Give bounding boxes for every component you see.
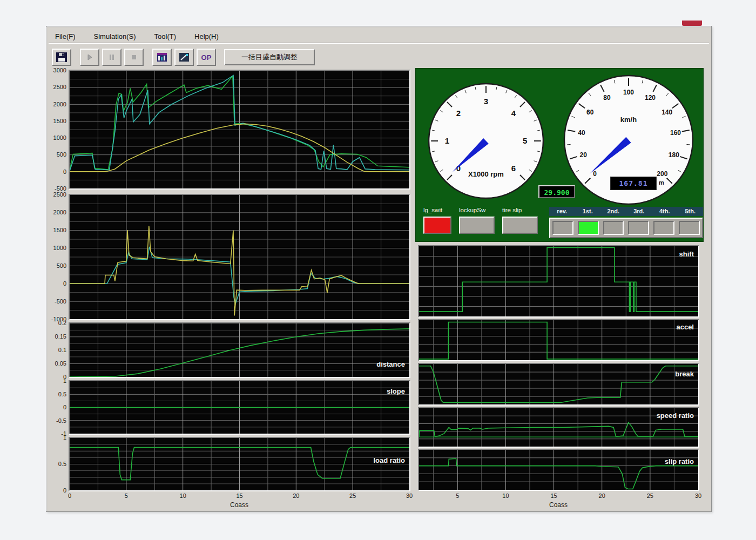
stop-icon: [129, 53, 139, 62]
stop-button[interactable]: [124, 49, 144, 66]
time-display: 29.900: [538, 185, 575, 198]
svg-text:2: 2: [456, 109, 461, 118]
indicator-tire slip: tire slip: [502, 207, 538, 234]
svg-text:60: 60: [586, 109, 594, 116]
y-axis-labels: 25002000150010005000-500-1000: [46, 191, 68, 323]
y-axis-labels: 300025002000150010005000-500: [46, 67, 68, 192]
y-axis-labels: 10.50: [46, 434, 68, 494]
svg-text:80: 80: [603, 94, 611, 102]
edit-scale-icon: [179, 53, 189, 62]
y-tick-label: -500: [55, 298, 66, 305]
gauge-panel: 0123456X1000 rpm 02040608010012014016018…: [415, 68, 704, 242]
indicator-lockupSw: lockupSw: [459, 207, 495, 234]
gear-label: 5th.: [678, 207, 704, 216]
auto-scale-button[interactable]: 一括目盛自動調整: [224, 49, 315, 65]
y-tick-label: 0: [63, 487, 66, 494]
chart-slope: slope: [70, 381, 409, 434]
svg-text:160: 160: [670, 129, 681, 137]
pause-button[interactable]: [102, 49, 122, 66]
svg-text:slope: slope: [387, 387, 405, 395]
x-tick-label: 30: [695, 492, 701, 499]
gear-cell-1st.: [578, 221, 599, 235]
y-axis-labels: 0.20.150.10.050: [46, 320, 68, 381]
chart-top-left: [70, 71, 409, 188]
y-tick-label: 2000: [53, 209, 66, 216]
x-tick-label: 30: [406, 492, 413, 499]
svg-text:100: 100: [623, 89, 634, 96]
x-axis-title: Coass: [537, 501, 580, 509]
chart-window-icon: [157, 53, 167, 62]
indicator-lg_swit: lg_swit: [423, 207, 451, 234]
gear-light: [604, 222, 623, 234]
chart-load-ratio: load ratio: [70, 438, 409, 490]
chart-speed-ratio: speed ratio: [419, 408, 698, 447]
play-icon: [85, 53, 94, 62]
save-button[interactable]: [52, 49, 71, 66]
menu-item[interactable]: Tool(T): [154, 32, 176, 40]
play-button[interactable]: [80, 49, 99, 66]
y-tick-label: 1: [63, 434, 66, 441]
x-tick-label: 10: [180, 492, 186, 499]
x-tick-label: 10: [502, 492, 509, 499]
y-tick-label: 1000: [53, 134, 66, 141]
edit-scale-button[interactable]: [174, 49, 194, 66]
indicator-light: [423, 217, 451, 234]
x-tick-label: 20: [599, 492, 605, 499]
gear-light: [579, 222, 598, 234]
op-button[interactable]: OP: [197, 49, 216, 66]
y-tick-label: 2000: [53, 101, 66, 108]
x-axis-ticks: 051015202530: [70, 492, 409, 501]
y-tick-label: 0.5: [58, 391, 66, 398]
menu-item[interactable]: Simulation(S): [94, 32, 136, 40]
y-tick-label: 1000: [53, 245, 66, 252]
svg-text:speed ratio: speed ratio: [657, 411, 694, 420]
odometer-unit: m: [659, 179, 664, 186]
app-window: File(F)Simulation(S)Tool(T)Help(H) O: [46, 26, 712, 512]
indicator-light: [459, 217, 495, 234]
y-tick-label: 0.15: [55, 333, 66, 340]
x-tick-label: 15: [550, 492, 557, 499]
chart-distance: distance: [70, 323, 409, 377]
pause-icon: [107, 53, 117, 62]
svg-text:6: 6: [511, 164, 516, 173]
close-icon[interactable]: [682, 21, 702, 26]
gear-cell-rev.: [552, 221, 573, 235]
y-tick-label: 0: [63, 404, 66, 411]
chart-second-left: [70, 195, 409, 319]
gear-cell-2nd.: [603, 221, 624, 235]
chart-break: break: [419, 364, 698, 404]
y-tick-label: 0.05: [55, 360, 66, 367]
y-tick-label: 2500: [53, 84, 66, 91]
svg-text:accel: accel: [676, 323, 694, 331]
svg-text:40: 40: [578, 129, 585, 137]
x-tick-label: 5: [456, 492, 459, 499]
y-tick-label: 1500: [53, 227, 66, 234]
gear-light: [629, 222, 648, 234]
svg-text:slip ratio: slip ratio: [665, 457, 694, 465]
chart-slip-ratio: slip ratio: [419, 450, 698, 490]
gear-label: 1st.: [575, 207, 601, 216]
gear-label: 4th.: [652, 207, 678, 216]
chart-accel: accel: [419, 320, 698, 360]
gear-label: 2nd.: [600, 207, 626, 216]
x-axis-title: Coass: [218, 501, 261, 509]
indicator-label: tire slip: [502, 207, 538, 217]
x-tick-label: 15: [236, 492, 242, 499]
menu-item[interactable]: File(F): [55, 32, 76, 40]
desktop: File(F)Simulation(S)Tool(T)Help(H) O: [0, 0, 756, 540]
chart-window-button[interactable]: [152, 49, 172, 66]
y-tick-label: 0.1: [58, 347, 66, 354]
gear-light: [680, 222, 699, 234]
svg-text:break: break: [675, 370, 694, 378]
x-tick-label: 25: [647, 492, 653, 499]
gear-cell-4th.: [653, 221, 674, 235]
svg-text:5: 5: [523, 136, 527, 145]
svg-text:200: 200: [657, 170, 667, 178]
x-axis-ticks: 51015202530: [419, 492, 698, 501]
menu-item[interactable]: Help(H): [194, 32, 219, 40]
y-tick-label: 0.2: [58, 320, 66, 327]
y-tick-label: 1500: [53, 118, 66, 125]
svg-text:180: 180: [669, 151, 679, 159]
svg-text:140: 140: [662, 109, 672, 116]
indicator-label: lockupSw: [459, 207, 495, 217]
